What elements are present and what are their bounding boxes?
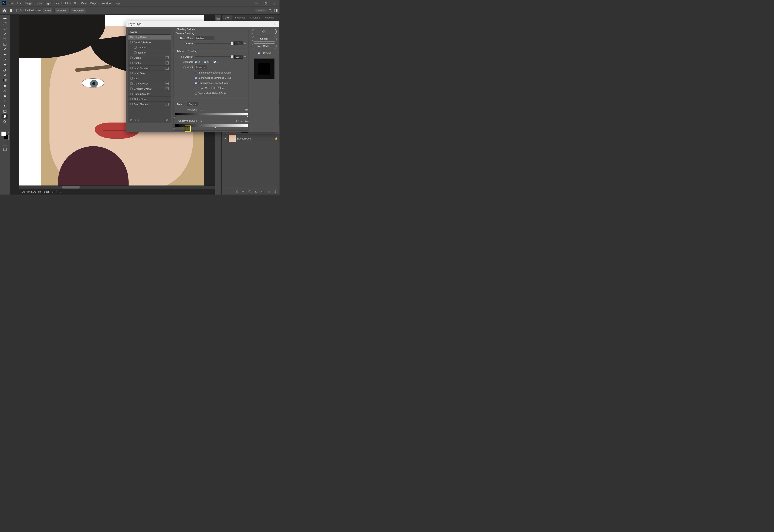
style-outer-glow[interactable]: Outer Glow	[128, 97, 171, 102]
add-innershadow-icon[interactable]: +	[166, 67, 169, 70]
lasso-tool-icon[interactable]	[2, 26, 8, 31]
pen-tool-icon[interactable]	[2, 93, 8, 98]
window-minimize[interactable]: —	[253, 1, 260, 5]
fill-opacity-slider[interactable]	[195, 56, 233, 57]
hand-tool-preset-icon[interactable]: ▾	[9, 8, 15, 13]
ok-button[interactable]: OK	[252, 29, 277, 34]
underlying-white-high-handle[interactable]	[215, 127, 216, 128]
fill-screen-button[interactable]: Fill Screen	[71, 8, 86, 13]
tab-patterns[interactable]: Patterns	[263, 15, 276, 20]
eyedropper-tool-icon[interactable]	[2, 47, 8, 52]
menu-view[interactable]: View	[79, 2, 88, 5]
transparency-shapes-checkbox[interactable]	[195, 82, 197, 84]
menu-3d[interactable]: 3D	[72, 2, 79, 5]
marquee-tool-icon[interactable]	[2, 21, 8, 26]
swap-colors-icon[interactable]: ⇄	[8, 132, 9, 133]
style-contour[interactable]: Contour	[128, 45, 171, 50]
opacity-value-input[interactable]: 100	[234, 41, 243, 45]
blend-mode-select[interactable]: Multiply▾	[195, 36, 214, 40]
delete-layer-icon[interactable]: 🗑	[273, 190, 277, 193]
layer-style-icon[interactable]: fx	[241, 190, 245, 193]
scrollbar-thumb[interactable]	[62, 186, 80, 189]
opacity-slider[interactable]	[195, 43, 233, 44]
style-satin[interactable]: Satin	[128, 76, 171, 81]
tab-gradients[interactable]: Gradients	[248, 15, 263, 20]
channel-b-checkbox[interactable]: B	[213, 61, 218, 63]
menu-edit[interactable]: Edit	[15, 2, 23, 5]
brush-tool-icon[interactable]	[2, 57, 8, 62]
preview-checkbox[interactable]: Preview	[258, 52, 271, 55]
channel-g-checkbox[interactable]: G	[204, 61, 209, 63]
healing-brush-tool-icon[interactable]	[2, 52, 8, 57]
color-swatches[interactable]: ⇄	[1, 132, 9, 140]
cancel-button[interactable]: Cancel	[252, 36, 277, 42]
eraser-tool-icon[interactable]	[2, 73, 8, 78]
scroll-all-windows-checkbox[interactable]: Scroll All Windows	[16, 9, 41, 12]
layer-mask-hides-checkbox[interactable]	[195, 87, 197, 89]
underlying-layer-slider[interactable]	[175, 124, 248, 127]
underlying-white-low-handle[interactable]	[187, 127, 188, 128]
timeline-next-icon[interactable]: ▸	[64, 191, 65, 193]
menu-plugins[interactable]: Plugins	[88, 2, 100, 5]
style-stroke-1[interactable]: Stroke+	[128, 55, 171, 60]
foreground-color-swatch[interactable]	[1, 132, 6, 136]
add-gradoverlay-icon[interactable]: +	[166, 87, 169, 90]
quick-mask-icon[interactable]	[3, 141, 7, 146]
zoom-100-button[interactable]: 100%	[43, 8, 53, 13]
type-tool-icon[interactable]: T	[2, 98, 8, 104]
blend-if-select[interactable]: Gray▾	[187, 102, 198, 106]
move-down-icon[interactable]: ↓	[138, 119, 139, 122]
clone-stamp-tool-icon[interactable]	[2, 62, 8, 67]
this-layer-white-handle[interactable]	[246, 115, 248, 117]
style-blending-options[interactable]: Blending Options	[128, 35, 171, 40]
frame-tool-icon[interactable]	[2, 42, 8, 47]
blend-interior-checkbox[interactable]	[195, 72, 197, 74]
layer-background[interactable]: 👁 Background 🔒	[222, 134, 279, 143]
screen-mode-icon[interactable]	[3, 147, 7, 152]
style-pattern-overlay[interactable]: Pattern Overlay	[128, 91, 171, 97]
add-stroke-icon[interactable]: +	[166, 56, 169, 59]
menu-file[interactable]: File	[8, 2, 15, 5]
adjustment-layer-icon[interactable]: ◐	[254, 190, 258, 193]
rectangle-tool-icon[interactable]	[2, 109, 8, 114]
delete-effect-icon[interactable]: 🗑	[166, 119, 169, 122]
edit-toolbar-icon[interactable]: ⋯	[2, 124, 8, 129]
menu-type[interactable]: Type	[44, 2, 53, 5]
this-layer-slider[interactable]	[175, 113, 248, 115]
vector-mask-hides-checkbox[interactable]	[195, 92, 197, 95]
menu-select[interactable]: Select	[53, 2, 63, 5]
add-stroke-icon[interactable]: +	[166, 61, 169, 64]
style-inner-glow[interactable]: Inner Glow	[128, 71, 171, 76]
underlying-black-handle[interactable]	[174, 127, 176, 128]
window-maximize[interactable]: ▢	[262, 1, 269, 5]
dock-panel-icon[interactable]	[215, 16, 222, 21]
menu-help[interactable]: Help	[113, 2, 122, 5]
new-style-button[interactable]: New Style...	[252, 43, 277, 49]
style-stroke-2[interactable]: Stroke+	[128, 60, 171, 66]
share-button[interactable]: Share	[255, 9, 267, 12]
menu-layer[interactable]: Layer	[34, 2, 44, 5]
search-icon[interactable]	[268, 9, 272, 12]
home-button[interactable]	[2, 8, 7, 13]
hand-tool-icon[interactable]	[2, 114, 8, 119]
magic-wand-tool-icon[interactable]	[2, 31, 8, 37]
status-arrow-icon[interactable]: ▸	[52, 191, 54, 193]
this-layer-black-handle[interactable]	[174, 115, 176, 117]
style-gradient-overlay[interactable]: Gradient Overlay+	[128, 86, 171, 91]
fill-opacity-input[interactable]: 100	[234, 55, 243, 59]
new-layer-icon[interactable]: ⊞	[267, 190, 271, 193]
group-icon[interactable]: 🗀	[261, 190, 264, 193]
gradient-tool-icon[interactable]	[2, 78, 8, 83]
add-coloroverlay-icon[interactable]: +	[166, 82, 169, 85]
style-inner-shadow[interactable]: Inner Shadow+	[128, 66, 171, 71]
layer-name[interactable]: Background	[237, 137, 251, 140]
style-bevel-emboss[interactable]: Bevel & Emboss	[128, 40, 171, 45]
style-drop-shadow[interactable]: Drop Shadow+	[128, 102, 171, 107]
crop-tool-icon[interactable]	[2, 37, 8, 42]
workspace-switcher-icon[interactable]	[274, 9, 278, 12]
fit-screen-button[interactable]: Fit Screen	[54, 8, 69, 13]
blur-tool-icon[interactable]	[2, 83, 8, 88]
link-layers-icon[interactable]: ⛓	[235, 190, 239, 193]
tab-color[interactable]: Color	[223, 15, 232, 20]
style-color-overlay[interactable]: Color Overlay+	[128, 81, 171, 86]
